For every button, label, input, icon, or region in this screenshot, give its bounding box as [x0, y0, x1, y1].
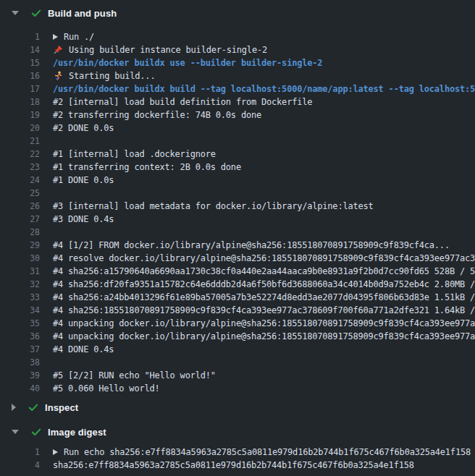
log-line-text: Run echo sha256:e7ff8834a5963a2785c5a081…	[64, 447, 471, 457]
section-header-build-and-push[interactable]: Build and push	[0, 0, 475, 26]
log-line-text: #5 [2/2] RUN echo "Hello world!"	[53, 370, 216, 381]
line-number-link[interactable]: 24	[0, 175, 40, 185]
log-line-text: #4 sha256:185518070891758909c9f839cf4ca3…	[53, 305, 475, 315]
log-line-text: #1 [internal] load .dockerignore	[53, 149, 216, 159]
log-line: 20 #2 DONE 0.0s	[0, 122, 475, 135]
line-number-link[interactable]: 28	[0, 227, 40, 237]
log-line: 29 #4 [1/2] FROM docker.io/library/alpin…	[0, 239, 475, 252]
log-line: 18 #2 [internal] load build definition f…	[0, 95, 475, 109]
line-number-link[interactable]: 25	[0, 188, 40, 198]
log-line: 40 #5 0.060 Hello world!	[0, 382, 475, 395]
section-header-image-digest[interactable]: Image digest	[0, 420, 475, 444]
section-image-digest: Image digest 1 Run echo sha256:e7ff8834a…	[0, 420, 475, 472]
log-line-text: #1 transferring context: 2B 0.0s done	[53, 162, 241, 172]
pushpin-icon	[53, 45, 63, 55]
log-line-text: #3 DONE 0.4s	[53, 214, 114, 224]
log-line: 17 /usr/bin/docker buildx build --tag lo…	[0, 82, 475, 95]
line-number-link[interactable]: 1	[0, 447, 40, 457]
log-line-text: #5 0.060 Hello world!	[53, 383, 160, 394]
line-icon-slot	[53, 449, 58, 455]
line-number-link[interactable]: 18	[0, 97, 40, 107]
log-line: 36 #4 unpacking docker.io/library/alpine…	[0, 330, 475, 343]
log-line-text: #4 [1/2] FROM docker.io/library/alpine@s…	[53, 240, 450, 250]
log-line: 34 #4 sha256:185518070891758909c9f839cf4…	[0, 304, 475, 317]
line-number-link[interactable]: 31	[0, 266, 40, 276]
line-number-link[interactable]: 26	[0, 201, 40, 211]
chevron-down-icon[interactable]	[12, 430, 19, 434]
log-line: 22 #1 [internal] load .dockerignore	[0, 148, 475, 161]
log-line-text: #4 unpacking docker.io/library/alpine@sh…	[53, 318, 475, 328]
log-line: 21	[0, 135, 475, 148]
chevron-right-icon[interactable]	[12, 404, 16, 411]
line-number-link[interactable]: 17	[0, 84, 40, 94]
line-number-link[interactable]: 27	[0, 214, 40, 224]
line-number-link[interactable]: 39	[0, 370, 40, 381]
log-line: 16 Starting build...	[0, 69, 475, 82]
line-number-link[interactable]: 36	[0, 331, 40, 341]
run-expand-triangle-icon[interactable]	[53, 449, 58, 455]
log-line-text: #1 DONE 0.0s	[53, 175, 114, 185]
line-number-link[interactable]: 19	[0, 110, 40, 120]
log-line: 1 Run echo sha256:e7ff8834a5963a2785c5a0…	[0, 446, 475, 459]
line-number-link[interactable]: 32	[0, 279, 40, 289]
line-number-link[interactable]: 34	[0, 305, 40, 315]
log-line-text: /usr/bin/docker buildx use --builder bui…	[53, 58, 322, 68]
log-line-text: Starting build...	[69, 71, 155, 81]
line-number-link[interactable]: 14	[0, 45, 40, 55]
runner-icon	[53, 71, 63, 81]
log-line-text: Using builder instance builder-single-2	[69, 45, 267, 55]
line-number-link[interactable]: 21	[0, 136, 40, 146]
log-line: 14 Using builder instance builder-single…	[0, 43, 475, 56]
log-line: 15 /usr/bin/docker buildx use --builder …	[0, 56, 475, 69]
log-line-text: #4 sha256:a15790640a6690aa1730c38cf0a440…	[53, 266, 475, 276]
run-expand-triangle-icon[interactable]	[53, 34, 58, 40]
log-line-text: #2 DONE 0.0s	[53, 123, 114, 133]
log-line-text: #2 transferring dockerfile: 74B 0.0s don…	[53, 110, 261, 120]
log-line-text: #3 [internal] load metadata for docker.i…	[53, 201, 374, 211]
line-number-link[interactable]: 15	[0, 58, 40, 68]
log-line: 30 #4 resolve docker.io/library/alpine@s…	[0, 252, 475, 265]
log-line: 31 #4 sha256:a15790640a6690aa1730c38cf0a…	[0, 265, 475, 278]
line-icon-slot	[53, 71, 63, 81]
check-icon	[28, 401, 39, 413]
log-line-text: #4 resolve docker.io/library/alpine@sha2…	[53, 253, 475, 263]
log-line: 27 #3 DONE 0.4s	[0, 213, 475, 226]
log-line: 26 #3 [internal] load metadata for docke…	[0, 200, 475, 213]
section-header-inspect[interactable]: Inspect	[0, 395, 475, 420]
line-number-link[interactable]: 29	[0, 240, 40, 250]
line-number-link[interactable]: 4	[0, 460, 40, 470]
section-title: Build and push	[48, 8, 117, 19]
line-number-link[interactable]: 38	[0, 357, 40, 367]
section-build-and-push: Build and push 1 Run ./ 14 Using builder…	[0, 0, 475, 395]
line-number-link[interactable]: 22	[0, 149, 40, 159]
log-line-text: #4 sha256:a24bb4013296f61e89ba57005a7b3e…	[53, 292, 475, 302]
log-line: 28	[0, 226, 475, 239]
log-line: 23 #1 transferring context: 2B 0.0s done	[0, 161, 475, 174]
line-number-link[interactable]: 23	[0, 162, 40, 172]
log-line: 1 Run ./	[0, 30, 475, 43]
line-number-link[interactable]: 30	[0, 253, 40, 263]
log-line-text: Run ./	[64, 32, 94, 42]
log-line-text: /usr/bin/docker buildx build --tag local…	[53, 84, 475, 94]
line-icon-slot	[53, 45, 63, 55]
line-number-link[interactable]: 20	[0, 123, 40, 133]
chevron-down-icon[interactable]	[12, 11, 19, 15]
check-icon	[30, 426, 42, 438]
line-number-link[interactable]: 16	[0, 71, 40, 81]
log-line: 37 #4 DONE 0.4s	[0, 343, 475, 356]
log-line-text: #2 [internal] load build definition from…	[53, 97, 312, 107]
log-line: 38	[0, 356, 475, 369]
line-number-link[interactable]: 37	[0, 344, 40, 354]
log-line: 39 #5 [2/2] RUN echo "Hello world!"	[0, 369, 475, 382]
section-inspect: Inspect	[0, 395, 475, 420]
log-line: 25	[0, 187, 475, 200]
log-line: 4 sha256:e7ff8834a5963a2785c5a0811e979d1…	[0, 459, 475, 472]
log-line: 33 #4 sha256:a24bb4013296f61e89ba57005a7…	[0, 291, 475, 304]
line-number-link[interactable]: 40	[0, 383, 40, 394]
line-number-link[interactable]: 35	[0, 318, 40, 328]
line-number-link[interactable]: 1	[0, 32, 40, 42]
section-title: Image digest	[48, 427, 106, 438]
log-line-text: #4 unpacking docker.io/library/alpine@sh…	[53, 331, 475, 341]
log-line: 19 #2 transferring dockerfile: 74B 0.0s …	[0, 109, 475, 122]
line-number-link[interactable]: 33	[0, 292, 40, 302]
